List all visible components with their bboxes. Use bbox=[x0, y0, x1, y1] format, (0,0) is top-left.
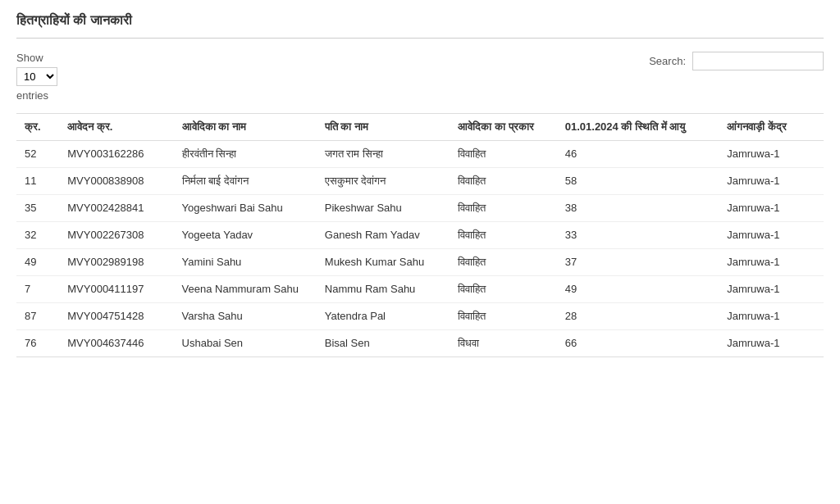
table-row: 7 MVY000411197 Veena Nammuram Sahu Nammu… bbox=[16, 276, 824, 303]
cell-name: Yogeeta Yadav bbox=[174, 222, 317, 249]
table-row: 49 MVY002989198 Yamini Sahu Mukesh Kumar… bbox=[16, 249, 824, 276]
cell-age: 37 bbox=[557, 249, 719, 276]
table-row: 76 MVY004637446 Ushabai Sen Bisal Sen वि… bbox=[16, 330, 824, 357]
show-entries-container: Show 10 25 50 100 entries bbox=[16, 52, 57, 102]
table-row: 87 MVY004751428 Varsha Sahu Yatendra Pal… bbox=[16, 303, 824, 330]
show-label: Show bbox=[16, 52, 57, 64]
cell-center: Jamruwa-1 bbox=[719, 303, 824, 330]
cell-type: विवाहित bbox=[450, 249, 556, 276]
cell-name: हीरवंतीन सिन्हा bbox=[174, 141, 317, 168]
cell-name: Veena Nammuram Sahu bbox=[174, 276, 317, 303]
cell-num: 11 bbox=[16, 168, 59, 195]
cell-type: विवाहित bbox=[450, 141, 556, 168]
col-header-father: पति का नाम bbox=[317, 114, 450, 141]
cell-type: विधवा bbox=[450, 330, 556, 357]
cell-type: विवाहित bbox=[450, 222, 556, 249]
cell-father: जगत राम सिन्हा bbox=[317, 141, 450, 168]
cell-app-id: MVY002428841 bbox=[59, 195, 173, 222]
table-row: 52 MVY003162286 हीरवंतीन सिन्हा जगत राम … bbox=[16, 141, 824, 168]
cell-age: 38 bbox=[557, 195, 719, 222]
cell-center: Jamruwa-1 bbox=[719, 168, 824, 195]
cell-type: विवाहित bbox=[450, 195, 556, 222]
table-row: 35 MVY002428841 Yogeshwari Bai Sahu Pike… bbox=[16, 195, 824, 222]
cell-num: 87 bbox=[16, 303, 59, 330]
cell-type: विवाहित bbox=[450, 276, 556, 303]
col-header-age: 01.01.2024 की स्थिति में आयु bbox=[557, 114, 719, 141]
cell-father: Ganesh Ram Yadav bbox=[317, 222, 450, 249]
cell-app-id: MVY000838908 bbox=[59, 168, 173, 195]
cell-name: Ushabai Sen bbox=[174, 330, 317, 357]
cell-name: Yogeshwari Bai Sahu bbox=[174, 195, 317, 222]
cell-father: Nammu Ram Sahu bbox=[317, 276, 450, 303]
cell-age: 28 bbox=[557, 303, 719, 330]
col-header-center: आंगनवाड़ी केंद्र bbox=[719, 114, 824, 141]
cell-father: एसकुमार देवांगन bbox=[317, 168, 450, 195]
page-title: हितग्राहियों की जानकारी bbox=[16, 13, 824, 28]
cell-num: 7 bbox=[16, 276, 59, 303]
cell-type: विवाहित bbox=[450, 303, 556, 330]
cell-father: Pikeshwar Sahu bbox=[317, 195, 450, 222]
cell-center: Jamruwa-1 bbox=[719, 222, 824, 249]
entries-select[interactable]: 10 25 50 100 bbox=[16, 67, 57, 86]
cell-age: 58 bbox=[557, 168, 719, 195]
cell-age: 66 bbox=[557, 330, 719, 357]
cell-app-id: MVY004751428 bbox=[59, 303, 173, 330]
cell-num: 49 bbox=[16, 249, 59, 276]
cell-num: 35 bbox=[16, 195, 59, 222]
cell-age: 49 bbox=[557, 276, 719, 303]
table-row: 32 MVY002267308 Yogeeta Yadav Ganesh Ram… bbox=[16, 222, 824, 249]
col-header-type: आवेदिका का प्रकार bbox=[450, 114, 556, 141]
cell-type: विवाहित bbox=[450, 168, 556, 195]
table-row: 11 MVY000838908 निर्मला बाई देवांगन एसकु… bbox=[16, 168, 824, 195]
cell-father: Mukesh Kumar Sahu bbox=[317, 249, 450, 276]
cell-num: 76 bbox=[16, 330, 59, 357]
cell-age: 46 bbox=[557, 141, 719, 168]
search-input[interactable] bbox=[692, 52, 824, 70]
cell-center: Jamruwa-1 bbox=[719, 276, 824, 303]
controls-row: Show 10 25 50 100 entries Search: bbox=[16, 52, 824, 102]
col-header-name: आवेदिका का नाम bbox=[174, 114, 317, 141]
entries-label: entries bbox=[16, 89, 57, 102]
col-header-num: क्र. bbox=[16, 114, 59, 141]
cell-app-id: MVY002267308 bbox=[59, 222, 173, 249]
cell-app-id: MVY004637446 bbox=[59, 330, 173, 357]
search-area: Search: bbox=[649, 52, 824, 70]
cell-num: 32 bbox=[16, 222, 59, 249]
cell-app-id: MVY003162286 bbox=[59, 141, 173, 168]
cell-center: Jamruwa-1 bbox=[719, 330, 824, 357]
cell-num: 52 bbox=[16, 141, 59, 168]
cell-center: Jamruwa-1 bbox=[719, 195, 824, 222]
cell-app-id: MVY000411197 bbox=[59, 276, 173, 303]
table-header-row: क्र. आवेदन क्र. आवेदिका का नाम पति का ना… bbox=[16, 114, 824, 141]
cell-name: Yamini Sahu bbox=[174, 249, 317, 276]
col-header-app-id: आवेदन क्र. bbox=[59, 114, 173, 141]
cell-app-id: MVY002989198 bbox=[59, 249, 173, 276]
cell-father: Yatendra Pal bbox=[317, 303, 450, 330]
cell-age: 33 bbox=[557, 222, 719, 249]
cell-center: Jamruwa-1 bbox=[719, 141, 824, 168]
search-label: Search: bbox=[649, 55, 686, 67]
cell-center: Jamruwa-1 bbox=[719, 249, 824, 276]
cell-name: निर्मला बाई देवांगन bbox=[174, 168, 317, 195]
data-table: क्र. आवेदन क्र. आवेदिका का नाम पति का ना… bbox=[16, 113, 824, 357]
cell-name: Varsha Sahu bbox=[174, 303, 317, 330]
divider bbox=[16, 38, 824, 39]
cell-father: Bisal Sen bbox=[317, 330, 450, 357]
